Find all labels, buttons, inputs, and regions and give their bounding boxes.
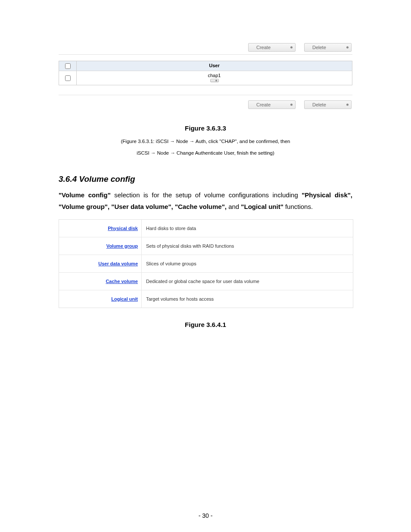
delete-label: Delete [312,45,326,50]
def-row-user-data-volume: User data volume Slices of volume groups [59,255,353,273]
def-row-volume-group: Volume group Sets of physical disks with… [59,237,353,255]
row-check-cell [59,71,77,85]
desc-user-data-volume: Slices of volume groups [142,255,353,272]
user-column-header: User [77,61,352,71]
create-button[interactable]: Create [248,43,296,52]
body-1: selection is for the setup of volume con… [111,191,302,199]
toolbar-bottom: Create Delete [59,95,352,112]
user-table: User chap1 [59,61,352,85]
section-heading: 3.6.4 Volume config [59,174,352,184]
section-body: "Volume config" selection is for the set… [59,189,352,212]
link-cache-volume[interactable]: Cache volume [106,279,138,284]
def-row-physical-disk: Physical disk Hard disks to store data [59,220,353,237]
user-header-text: User [209,63,219,68]
note-line-2: iSCSI → Node → Change Authenticate User,… [59,149,352,157]
user-table-header-row: User [59,61,352,71]
body-tail: functions. [283,203,313,210]
figure-caption-1: Figure 3.6.3.3 [59,124,352,132]
row-actions-dropdown[interactable] [210,79,219,82]
select-all-cell [59,61,77,71]
create-label-2: Create [256,102,271,107]
delete-label-2: Delete [312,102,326,107]
def-row-cache-volume: Cache volume Dedicated or global cache s… [59,273,353,290]
select-all-checkbox[interactable] [65,63,71,69]
delete-button-2[interactable]: Delete [304,100,352,109]
page-number: - 30 - [0,512,411,519]
row-checkbox[interactable] [65,75,71,81]
desc-volume-group: Sets of physical disks with RAID functio… [142,237,353,255]
create-label: Create [256,45,271,50]
body-logical: "Logical unit" [241,203,283,210]
body-lead: "Volume config" [59,191,111,199]
user-table-row: chap1 [59,71,352,85]
note-text: (Figure 3.6.3.1: iSCSI → Node → Auth, cl… [59,138,352,157]
link-logical-unit[interactable]: Logical unit [111,296,138,302]
desc-physical-disk: Hard disks to store data [142,220,353,237]
link-physical-disk[interactable]: Physical disk [108,226,138,231]
body-and: and [227,203,241,210]
volume-def-table: Physical disk Hard disks to store data V… [59,219,353,308]
figure-caption-2: Figure 3.6.4.1 [59,321,352,328]
def-row-logical-unit: Logical unit Target volumes for hosts ac… [59,290,353,308]
user-cell: chap1 [77,71,352,85]
link-volume-group[interactable]: Volume group [106,243,138,249]
toolbar-top: Create Delete [59,43,352,55]
user-name: chap1 [208,73,221,78]
desc-cache-volume: Dedicated or global cache space for user… [142,273,353,290]
create-button-2[interactable]: Create [248,100,296,109]
link-user-data-volume[interactable]: User data volume [98,261,138,266]
delete-button[interactable]: Delete [304,43,352,52]
desc-logical-unit: Target volumes for hosts access [142,290,353,308]
note-line-1: (Figure 3.6.3.1: iSCSI → Node → Auth, cl… [59,138,352,145]
